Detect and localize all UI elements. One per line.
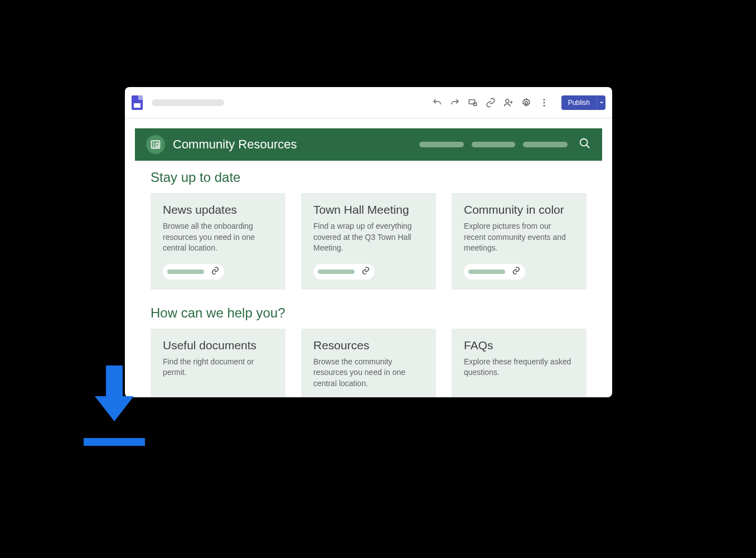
svg-rect-16 xyxy=(106,365,123,396)
more-vert-icon[interactable] xyxy=(539,98,549,108)
publish-button-group: Publish xyxy=(561,95,605,110)
card-title: Useful documents xyxy=(163,339,273,352)
site-title[interactable]: Community Resources xyxy=(173,137,297,152)
card-link-chip[interactable] xyxy=(163,264,224,280)
site-header: Community Resources xyxy=(135,128,602,161)
share-person-icon[interactable] xyxy=(503,98,513,108)
card-desc: Find a wrap up of everything covered at … xyxy=(313,221,424,254)
card-row-2: Useful documents Find the right document… xyxy=(151,329,587,397)
card-title: Town Hall Meeting xyxy=(313,203,424,217)
page-content: Stay up to date News updates Browse all … xyxy=(135,161,602,397)
card-title: FAQs xyxy=(464,339,574,352)
undo-icon[interactable] xyxy=(432,98,442,108)
svg-point-8 xyxy=(543,104,545,106)
svg-point-7 xyxy=(543,102,545,103)
download-icon xyxy=(84,365,145,446)
svg-point-5 xyxy=(525,101,527,104)
sites-editor-window: Publish Community Resources Stay up to d… xyxy=(125,87,612,397)
card-title: Community in color xyxy=(464,203,574,217)
card-faqs[interactable]: FAQs Explore these frequently asked ques… xyxy=(452,329,587,397)
nav-item-1[interactable] xyxy=(419,142,464,147)
svg-point-6 xyxy=(543,99,545,100)
chip-text-placeholder xyxy=(167,270,204,274)
site-logo xyxy=(146,135,165,154)
link-icon xyxy=(211,266,220,277)
link-icon xyxy=(361,266,370,277)
nav-item-3[interactable] xyxy=(523,142,568,147)
card-title: News updates xyxy=(163,203,273,217)
sites-app-icon xyxy=(132,95,143,110)
publish-dropdown-button[interactable] xyxy=(597,95,605,110)
svg-line-15 xyxy=(587,145,590,148)
section-heading-1[interactable]: Stay up to date xyxy=(151,170,587,185)
page-canvas: Community Resources Stay up to date News… xyxy=(125,118,612,397)
document-title-placeholder[interactable] xyxy=(152,99,224,106)
link-icon[interactable] xyxy=(486,98,496,108)
card-desc: Find the right document or permit. xyxy=(163,357,273,378)
card-useful-documents[interactable]: Useful documents Find the right document… xyxy=(151,329,285,397)
toolbar: Publish xyxy=(125,87,612,118)
svg-point-2 xyxy=(505,99,508,103)
nav-item-2[interactable] xyxy=(472,142,515,147)
section-heading-2[interactable]: How can we help you? xyxy=(151,305,587,321)
svg-point-14 xyxy=(580,139,588,146)
card-resources[interactable]: Resources Browse the community resources… xyxy=(301,329,436,397)
card-link-chip[interactable] xyxy=(313,264,375,280)
card-desc: Explore pictures from our recent communi… xyxy=(464,221,574,254)
chip-text-placeholder xyxy=(468,270,505,274)
svg-rect-13 xyxy=(156,143,158,147)
preview-icon[interactable] xyxy=(468,98,478,108)
link-icon xyxy=(512,266,521,277)
search-icon[interactable] xyxy=(579,137,591,152)
card-title: Resources xyxy=(313,339,424,352)
svg-rect-17 xyxy=(84,438,145,446)
gear-icon[interactable] xyxy=(521,98,531,108)
card-link-chip[interactable] xyxy=(464,264,525,280)
chip-text-placeholder xyxy=(318,270,355,274)
card-community-color[interactable]: Community in color Explore pictures from… xyxy=(452,193,587,290)
card-news-updates[interactable]: News updates Browse all the onboarding r… xyxy=(151,193,285,290)
publish-button[interactable]: Publish xyxy=(561,95,597,110)
toolbar-actions: Publish xyxy=(432,95,605,110)
card-town-hall[interactable]: Town Hall Meeting Find a wrap up of ever… xyxy=(301,193,436,290)
card-desc: Browse all the onboarding resources you … xyxy=(163,221,273,254)
redo-icon[interactable] xyxy=(450,98,460,108)
card-desc: Browse the community resources you need … xyxy=(313,357,424,389)
card-row-1: News updates Browse all the onboarding r… xyxy=(151,193,587,290)
card-desc: Explore these frequently asked questions… xyxy=(464,357,574,378)
